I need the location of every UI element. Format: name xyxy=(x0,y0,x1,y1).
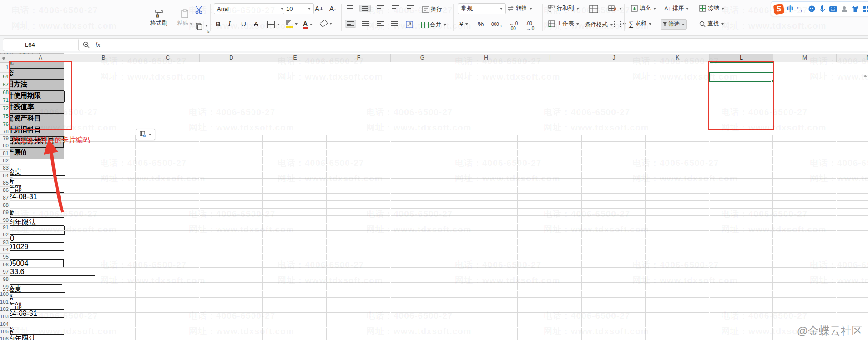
empty-cell-H91[interactable] xyxy=(454,224,518,230)
row-header-86[interactable]: 86 xyxy=(0,187,10,194)
row-header-93[interactable]: 93 xyxy=(0,239,10,246)
align-center-button[interactable] xyxy=(360,20,371,27)
empty-cell-K105[interactable] xyxy=(646,328,709,335)
empty-cell-D100[interactable] xyxy=(200,291,263,298)
empty-cell-F103[interactable] xyxy=(327,313,390,320)
column-header-E[interactable]: E xyxy=(263,54,327,62)
empty-cell-F87[interactable] xyxy=(327,194,390,201)
empty-cell-B95[interactable] xyxy=(71,254,136,260)
empty-cell-C86[interactable] xyxy=(136,187,199,194)
empty-cell-F85[interactable] xyxy=(327,179,390,186)
row-header-96[interactable]: 96 xyxy=(0,261,10,268)
empty-cell-G85[interactable] xyxy=(391,179,454,186)
empty-cell-D87[interactable] xyxy=(200,194,263,201)
empty-cell-G80[interactable] xyxy=(391,142,454,149)
empty-cell-M92[interactable] xyxy=(773,231,836,238)
empty-cell-J89[interactable] xyxy=(582,209,646,216)
ime-profile-icon[interactable] xyxy=(841,5,848,13)
row-header-90[interactable]: 90 xyxy=(0,216,10,224)
empty-cell-L94[interactable] xyxy=(710,246,773,253)
empty-cell-M97[interactable] xyxy=(773,268,836,275)
empty-cell-E99[interactable] xyxy=(263,283,327,290)
empty-cell-J99[interactable] xyxy=(582,283,646,290)
empty-cell-K106[interactable] xyxy=(646,335,709,340)
empty-cell-A89[interactable] xyxy=(10,209,71,216)
empty-cell-B90[interactable] xyxy=(71,216,136,223)
empty-cell-C98[interactable] xyxy=(136,276,199,283)
percent-format-button[interactable]: % xyxy=(476,19,485,29)
empty-cell-G79[interactable] xyxy=(391,135,454,142)
empty-cell-G97[interactable] xyxy=(391,268,454,275)
empty-cell-F96[interactable] xyxy=(327,261,390,268)
empty-cell-G101[interactable] xyxy=(391,298,454,305)
empty-cell-G102[interactable] xyxy=(391,305,454,312)
empty-cell-I97[interactable] xyxy=(518,268,582,275)
empty-cell-F80[interactable] xyxy=(327,142,390,149)
empty-cell-A83[interactable] xyxy=(10,165,71,171)
empty-cell-A90[interactable] xyxy=(10,216,71,223)
fill-button[interactable]: 填充 xyxy=(629,4,658,13)
empty-cell-J83[interactable] xyxy=(582,165,646,171)
row-header-101[interactable]: 101 xyxy=(0,298,10,305)
empty-cell-B92[interactable] xyxy=(71,231,136,238)
empty-cell-K80[interactable] xyxy=(646,142,709,149)
empty-cell-I92[interactable] xyxy=(518,231,582,238)
align-justify-button[interactable] xyxy=(389,20,400,27)
increase-decimal-button[interactable]: .00→.0 xyxy=(524,20,536,32)
empty-cell-L85[interactable] xyxy=(710,179,773,186)
row-header-104[interactable]: 104 xyxy=(0,320,10,328)
empty-cell-B82[interactable] xyxy=(71,157,136,164)
empty-cell-L87[interactable] xyxy=(710,194,773,201)
empty-cell-L97[interactable] xyxy=(710,268,773,275)
empty-cell-I84[interactable] xyxy=(518,172,582,179)
empty-cell-I106[interactable] xyxy=(518,335,582,340)
empty-cell-L103[interactable] xyxy=(710,313,773,320)
empty-cell-G90[interactable] xyxy=(391,216,454,223)
wrap-text-button[interactable]: 换行 xyxy=(420,5,444,14)
empty-cell-L79[interactable] xyxy=(710,135,773,142)
empty-cell-D99[interactable] xyxy=(200,283,263,290)
empty-cell-F102[interactable] xyxy=(327,305,390,312)
empty-cell-K104[interactable] xyxy=(646,320,709,327)
grow-font-button[interactable]: A+ xyxy=(313,4,325,13)
empty-cell-J103[interactable] xyxy=(582,313,646,320)
empty-cell-C94[interactable] xyxy=(136,246,199,253)
column-header-H[interactable]: H xyxy=(454,54,518,62)
empty-cell-C100[interactable] xyxy=(136,291,199,298)
empty-cell-F101[interactable] xyxy=(327,298,390,305)
empty-cell-M95[interactable] xyxy=(773,254,836,260)
empty-cell-B93[interactable] xyxy=(71,239,136,245)
empty-cell-D98[interactable] xyxy=(200,276,263,283)
empty-cell-J100[interactable] xyxy=(582,291,646,298)
select-all-corner[interactable] xyxy=(0,54,10,63)
row-header-80[interactable]: 80 xyxy=(0,142,10,150)
empty-cell-H86[interactable] xyxy=(454,187,518,194)
empty-cell-G105[interactable] xyxy=(391,328,454,335)
empty-cell-B83[interactable] xyxy=(71,165,136,171)
empty-cell-L101[interactable] xyxy=(710,298,773,305)
empty-cell-D104[interactable] xyxy=(200,320,263,327)
italic-button[interactable]: I xyxy=(227,19,232,29)
empty-cell-A85[interactable] xyxy=(10,179,71,186)
row-header-89[interactable]: 89 xyxy=(0,209,10,216)
empty-cell-I79[interactable] xyxy=(518,135,582,142)
empty-cell-E106[interactable] xyxy=(263,335,327,340)
empty-cell-A92[interactable] xyxy=(10,231,71,238)
vertical-scrollbar[interactable] xyxy=(863,54,868,340)
empty-cell-C84[interactable] xyxy=(136,172,199,179)
empty-cell-H104[interactable] xyxy=(454,320,518,327)
empty-cell-E90[interactable] xyxy=(263,216,327,223)
empty-cell-A104[interactable] xyxy=(10,320,71,327)
empty-cell-D93[interactable] xyxy=(200,239,263,245)
empty-cell-I85[interactable] xyxy=(518,179,582,186)
empty-cell-B87[interactable] xyxy=(71,194,136,201)
empty-cell-M102[interactable] xyxy=(773,305,836,312)
empty-cell-I104[interactable] xyxy=(518,320,582,327)
empty-cell-I102[interactable] xyxy=(518,305,582,312)
empty-cell-E91[interactable] xyxy=(263,224,327,230)
empty-cell-J101[interactable] xyxy=(582,298,646,305)
empty-cell-C97[interactable] xyxy=(136,268,199,275)
empty-cell-E95[interactable] xyxy=(263,254,327,260)
empty-cell-B81[interactable] xyxy=(71,150,136,156)
empty-cell-A81[interactable] xyxy=(10,150,71,156)
